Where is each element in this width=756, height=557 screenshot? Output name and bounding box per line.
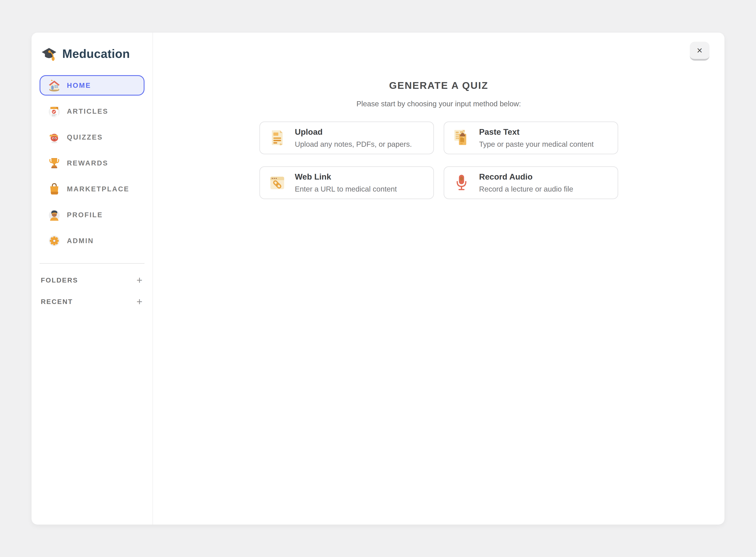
sidebar-divider <box>39 263 145 264</box>
graduation-cap-icon <box>41 46 57 62</box>
app-window: Meducation <box>32 33 724 525</box>
recent-label: RECENT <box>41 298 73 306</box>
method-card-description: Enter a URL to medical content <box>295 185 397 193</box>
method-card-web-link[interactable]: Web Link Enter a URL to medical content <box>259 166 434 199</box>
method-card-description: Upload any notes, PDFs, or papers. <box>295 140 412 148</box>
marketplace-icon <box>47 182 61 196</box>
method-card-title: Paste Text <box>479 127 594 137</box>
profile-icon <box>47 208 61 222</box>
folders-label: FOLDERS <box>41 276 78 284</box>
quizzes-icon <box>47 130 61 144</box>
sidebar-section-folders: FOLDERS + <box>39 274 145 286</box>
sidebar-item-articles[interactable]: ARTICLES <box>39 101 145 121</box>
method-card-text: Web Link Enter a URL to medical content <box>295 172 397 193</box>
sidebar-item-label: ADMIN <box>67 237 94 245</box>
close-icon: × <box>697 46 702 55</box>
method-card-title: Web Link <box>295 172 397 181</box>
method-card-text: Paste Text Type or paste your medical co… <box>479 127 594 148</box>
page-subtitle: Please start by choosing your input meth… <box>153 99 724 108</box>
method-card-text: Record Audio Record a lecture or audio f… <box>479 172 573 193</box>
sidebar-nav: HOME ARTICLES <box>39 75 145 251</box>
rewards-icon <box>47 156 61 170</box>
sidebar-item-label: HOME <box>67 82 91 89</box>
method-card-upload[interactable]: Upload Upload any notes, PDFs, or papers… <box>259 121 434 154</box>
method-card-description: Type or paste your medical content <box>479 140 594 148</box>
method-card-record-audio[interactable]: Record Audio Record a lecture or audio f… <box>444 166 618 199</box>
sidebar-item-label: ARTICLES <box>67 107 108 115</box>
sidebar: Meducation <box>32 33 153 525</box>
method-card-title: Record Audio <box>479 172 573 181</box>
upload-document-icon <box>267 128 287 148</box>
plus-icon: + <box>136 296 143 307</box>
plus-icon: + <box>136 274 143 286</box>
sidebar-item-admin[interactable]: ADMIN <box>39 231 145 251</box>
paste-text-icon <box>452 128 471 148</box>
sidebar-item-rewards[interactable]: REWARDS <box>39 153 145 173</box>
method-card-text: Upload Upload any notes, PDFs, or papers… <box>295 127 412 148</box>
web-link-icon <box>267 173 287 193</box>
page-title: GENERATE A QUIZ <box>153 33 724 91</box>
logo-text: Meducation <box>62 47 130 61</box>
sidebar-item-home[interactable]: HOME <box>39 75 145 95</box>
sidebar-item-profile[interactable]: PROFILE <box>39 205 145 225</box>
logo: Meducation <box>39 45 145 62</box>
articles-icon <box>47 105 61 118</box>
sidebar-section-recent: RECENT + <box>39 296 145 307</box>
home-icon <box>47 79 61 92</box>
sidebar-item-quizzes[interactable]: QUIZZES <box>39 127 145 147</box>
add-recent-button[interactable]: + <box>136 297 143 307</box>
sidebar-item-label: REWARDS <box>67 159 108 167</box>
method-card-description: Record a lecture or audio file <box>479 185 573 193</box>
main-content: × GENERATE A QUIZ Please start by choosi… <box>153 33 724 525</box>
record-audio-icon <box>452 173 471 193</box>
method-card-paste-text[interactable]: Paste Text Type or paste your medical co… <box>444 121 618 154</box>
sidebar-item-label: MARKETPLACE <box>67 185 129 193</box>
close-button[interactable]: × <box>690 42 710 61</box>
sidebar-item-label: QUIZZES <box>67 133 103 141</box>
sidebar-item-marketplace[interactable]: MARKETPLACE <box>39 179 145 199</box>
sidebar-item-label: PROFILE <box>67 211 103 219</box>
admin-icon <box>47 234 61 248</box>
add-folder-button[interactable]: + <box>136 275 143 285</box>
input-method-grid: Upload Upload any notes, PDFs, or papers… <box>259 121 618 199</box>
method-card-title: Upload <box>295 127 412 137</box>
